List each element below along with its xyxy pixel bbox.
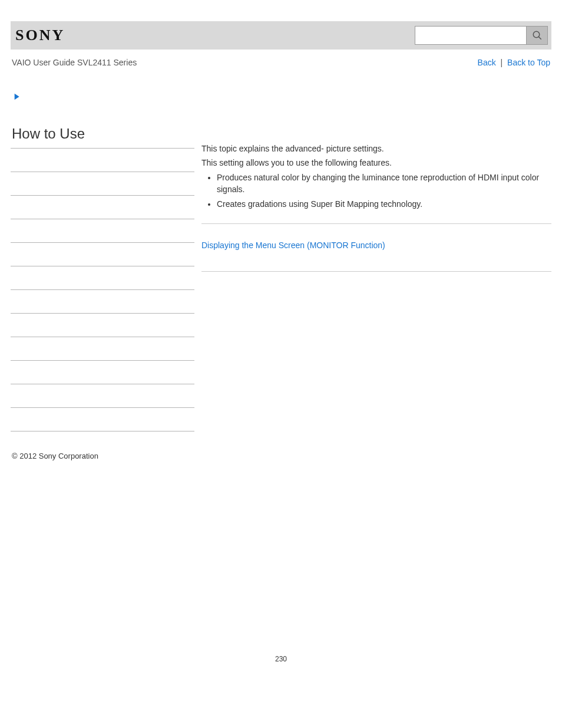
divider: [201, 271, 551, 272]
search-icon: [532, 30, 543, 41]
feature-list: Produces natural color by changing the l…: [201, 172, 551, 210]
search-button[interactable]: [526, 27, 547, 44]
header-bar: SONY: [11, 21, 551, 50]
svg-point-0: [533, 31, 540, 38]
back-link[interactable]: Back: [478, 58, 496, 67]
main-content: This topic explains the advanced- pictur…: [194, 126, 551, 285]
sidebar-item[interactable]: [11, 361, 194, 384]
sidebar-item[interactable]: [11, 149, 194, 172]
related-topic-link[interactable]: Displaying the Menu Screen (MONITOR Func…: [201, 241, 385, 250]
link-separator: |: [498, 58, 505, 67]
guide-title: VAIO User Guide SVL2411 Series: [12, 58, 137, 67]
sidebar-item[interactable]: [11, 408, 194, 431]
page-number: 230: [11, 655, 551, 663]
intro-text-1: This topic explains the advanced- pictur…: [201, 143, 551, 155]
sidebar-item[interactable]: [11, 266, 194, 290]
sidebar-item[interactable]: [11, 196, 194, 219]
sidebar-item[interactable]: [11, 243, 194, 266]
sidebar-item[interactable]: [11, 172, 194, 196]
sidebar-item[interactable]: [11, 290, 194, 314]
back-to-top-link[interactable]: Back to Top: [507, 58, 550, 67]
sidebar-item[interactable]: [11, 384, 194, 408]
sidebar-item[interactable]: [11, 337, 194, 361]
search-input[interactable]: [415, 27, 526, 44]
divider: [201, 223, 551, 224]
search-box: [415, 26, 548, 45]
copyright-text: © 2012 Sony Corporation: [11, 452, 551, 460]
nav-links: Back | Back to Top: [478, 58, 550, 67]
sidebar: How to Use: [11, 126, 194, 431]
list-item: Creates gradations using Super Bit Mappi…: [217, 199, 551, 210]
sidebar-item[interactable]: [11, 314, 194, 337]
sidebar-heading: How to Use: [11, 126, 194, 146]
sidebar-item[interactable]: [11, 219, 194, 243]
breadcrumb-arrow-icon[interactable]: [13, 92, 551, 104]
svg-line-1: [538, 37, 541, 39]
sub-header: VAIO User Guide SVL2411 Series Back | Ba…: [11, 50, 551, 67]
intro-text-2: This setting allows you to use the follo…: [201, 157, 551, 169]
list-item: Produces natural color by changing the l…: [217, 172, 551, 195]
sony-logo: SONY: [15, 27, 65, 44]
